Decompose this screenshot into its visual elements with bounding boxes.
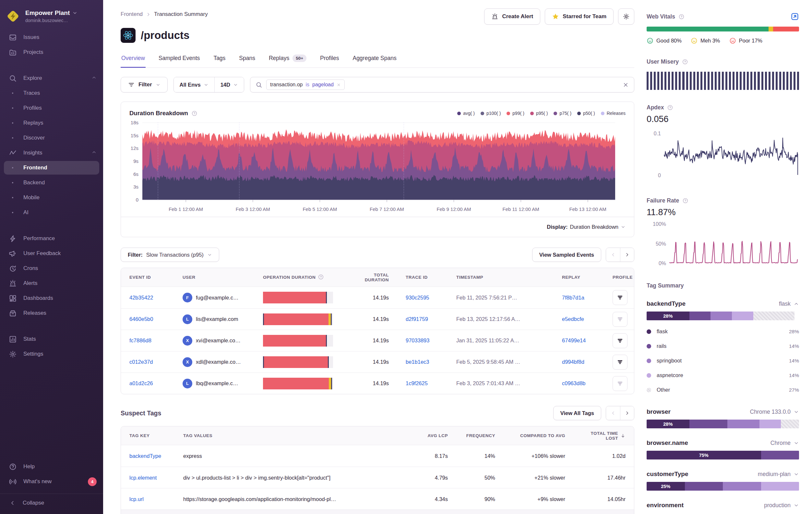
help-icon[interactable] [318,274,324,281]
sidebar-item-insights[interactable]: Insights [0,145,103,160]
transactions-filter-select[interactable]: Filter: Slow Transactions (p95) [121,248,219,262]
tab-aggregate-spans[interactable]: Aggregate Spans [352,52,397,68]
legend-item[interactable]: Releases [601,111,626,116]
replay-id-link[interactable]: e5edbcfe [562,316,584,322]
tag-legend-row[interactable]: aspnetcore14% [647,368,799,383]
profile-button[interactable] [613,333,628,348]
legend-item[interactable]: avg( ) [457,111,475,116]
column-header-timestamp[interactable]: TIMESTAMP [448,275,554,280]
tag-legend-row[interactable]: rails14% [647,339,799,353]
column-header-operation-duration[interactable]: OPERATION DURATION [255,274,349,281]
operation-duration-bar[interactable] [263,314,333,325]
next-page-button[interactable] [620,406,634,420]
open-in-new-icon[interactable] [791,12,799,21]
operation-duration-bar[interactable] [263,292,333,303]
search-clear-icon[interactable] [622,82,629,88]
tag-distribution-bar[interactable]: 28% [647,420,799,428]
column-header-replay[interactable]: REPLAY [554,275,604,280]
replay-id-link[interactable]: 67499e14 [562,337,586,344]
sidebar-item-ai[interactable]: AI [0,205,103,220]
tag-legend-row[interactable]: springboot14% [647,353,799,368]
sidebar-item-profiles[interactable]: Profiles [0,101,103,115]
tab-spans[interactable]: Spans [238,52,256,68]
help-icon[interactable] [678,13,685,20]
column-header-trace-id[interactable]: TRACE ID [397,275,448,280]
tag-selected-value[interactable]: Chrome [771,440,799,447]
event-id-link[interactable]: 6460e5b0 [129,316,153,322]
sidebar-item-stats[interactable]: Stats [0,332,103,347]
sidebar-item-alerts[interactable]: Alerts [0,276,103,291]
event-id-link[interactable]: c012e37d [129,359,153,365]
sidebar-item-backend[interactable]: Backend [0,175,103,190]
tag-distribution-bar[interactable]: 25% [647,482,799,491]
sidebar-item-mobile[interactable]: Mobile [0,190,103,205]
sidebar-item-what-s-new[interactable]: What's new4 [0,474,103,489]
environment-select[interactable]: All Envs [174,77,214,92]
sidebar-item-releases[interactable]: Releases [0,306,103,321]
next-page-button[interactable] [620,248,634,262]
sidebar-item-help[interactable]: Help [0,459,103,474]
sidebar-item-frontend[interactable]: Frontend [4,161,99,174]
sidebar-item-performance[interactable]: Performance [0,231,103,246]
legend-item[interactable]: p100( ) [481,111,501,116]
legend-item[interactable]: p95( ) [530,111,548,116]
trace-id-link[interactable]: d2f91759 [406,316,428,322]
column-header-total-time-lost[interactable]: TOTAL TIME LOST [574,431,634,441]
column-header-compared-to-avg[interactable]: COMPARED TO AVG [503,433,574,438]
sidebar-item-replays[interactable]: Replays [0,115,103,131]
legend-item[interactable]: p75( ) [554,111,571,116]
trace-id-link[interactable]: be1b1ec3 [406,359,429,365]
column-header-event-id[interactable]: EVENT ID [121,275,174,280]
legend-item[interactable]: p99( ) [506,111,524,116]
tab-profiles[interactable]: Profiles [319,52,340,68]
tab-tags[interactable]: Tags [213,52,226,68]
previous-page-button[interactable] [606,248,620,262]
sidebar-item-settings[interactable]: Settings [0,347,103,361]
collapse-button[interactable]: Collapse [0,493,103,508]
column-header-tag-key[interactable]: TAG KEY [121,433,175,438]
view-sampled-events-button[interactable]: View Sampled Events [532,248,601,262]
profile-button[interactable] [613,376,628,391]
replay-id-link[interactable]: c0963d8b [562,380,586,386]
tag-selected-value[interactable]: production [764,502,799,509]
filter-button[interactable]: Filter [121,77,168,92]
column-header-avg-lcp[interactable]: AVG LCP [418,433,456,438]
failure-rate-chart[interactable]: 100%50%0% [647,219,800,268]
sidebar-item-issues[interactable]: Issues [0,30,103,45]
help-icon[interactable] [682,59,688,65]
sidebar-item-crons[interactable]: Crons [0,261,103,276]
display-selector[interactable]: Display: Duration Breakdown [121,217,634,237]
column-header-profile[interactable]: PROFILE [604,275,634,280]
profile-button[interactable] [613,290,628,305]
search-token[interactable]: transaction.op is pageload [266,80,345,90]
profile-button[interactable] [613,355,628,370]
event-id-link[interactable]: 42b35422 [129,295,153,301]
starred-for-team-button[interactable]: Starred for Team [545,8,613,25]
token-remove-icon[interactable] [337,83,341,87]
legend-item[interactable]: p50( ) [577,111,595,116]
settings-button[interactable] [618,8,634,25]
event-id-link[interactable]: a01d2c26 [129,380,153,386]
operation-duration-bar[interactable] [263,356,333,368]
search-input[interactable]: transaction.op is pageload [250,77,634,92]
sidebar-item-explore[interactable]: Explore [0,71,103,86]
org-switcher[interactable]: Empower Plant dominik.buszowiec… [0,6,103,30]
tab-overview[interactable]: Overview [121,52,146,68]
tag-distribution-bar[interactable]: 75% [647,451,799,459]
tag-selected-value[interactable]: flask [779,300,799,307]
sidebar-item-user-feedback[interactable]: User Feedback [0,246,103,261]
sidebar-item-traces[interactable]: Traces [0,86,103,101]
profile-button[interactable] [613,312,628,327]
help-icon[interactable] [667,105,673,111]
event-id-link[interactable]: fc7886d8 [129,337,151,344]
apdex-chart[interactable]: 0.10 [647,126,800,183]
help-icon[interactable] [682,198,689,204]
tag-selected-value[interactable]: medium-plan [758,471,799,478]
user-misery-chart[interactable] [647,72,799,90]
operation-duration-bar[interactable] [263,335,333,347]
replay-id-link[interactable]: 7f8b7d1a [562,295,584,301]
trace-id-link[interactable]: 930c2595 [406,295,429,301]
tag-distribution-bar[interactable]: 28% [647,312,799,320]
tag-legend-row[interactable]: Other27% [647,383,799,397]
tag-key-link[interactable]: lcp.url [129,496,144,502]
